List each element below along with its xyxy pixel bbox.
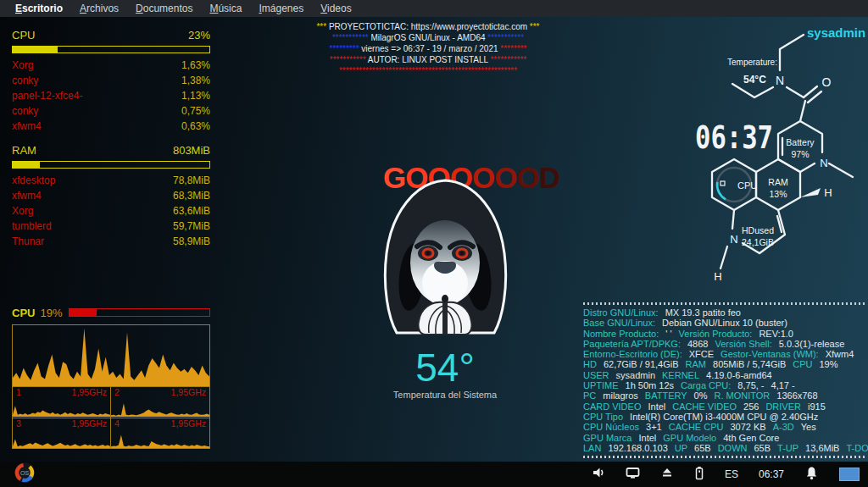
process-row: xfdesktop78,8MiB (12, 174, 210, 190)
cpu-graph-bar (69, 308, 210, 317)
info-line: Entorno-Escritorio (DE):XFCEGestor-Venta… (583, 349, 866, 359)
process-value: 68,3MiB (173, 190, 210, 205)
workspace-pager[interactable] (839, 468, 860, 481)
menu-item-musica[interactable]: Música (201, 0, 250, 17)
core-header: 21,95GHz (111, 387, 209, 398)
cpu-label: CPU (12, 29, 35, 43)
molecule-temp-value: 54°C (743, 74, 766, 86)
core-graph (13, 398, 110, 417)
atom-h1: H (824, 186, 832, 199)
sysinfo-lines: Distro GNU/Linux:MX 19.3 patito feoBase … (583, 307, 866, 453)
panel-border-top (583, 302, 866, 305)
banner-line: ****************************************… (310, 65, 546, 76)
hooded-dog-wallpaper (363, 175, 528, 341)
process-name: Thunar (12, 235, 44, 251)
cpu-header: CPU 23% (12, 29, 210, 43)
ram-hex-value: 13% (769, 189, 787, 199)
core-id: 4 (114, 418, 120, 429)
core-frequency: 1,95GHz (72, 418, 107, 429)
battery-value: 97% (791, 149, 809, 159)
taskbar-clock[interactable]: 06:37 (759, 468, 784, 480)
atom-o: O (822, 75, 832, 89)
info-line: CPU TipoIntel(R) Core(TM) i3-4000M CPU @… (583, 412, 866, 422)
cpu-value: 23% (188, 29, 210, 43)
cpu-graph-label: CPU (12, 307, 35, 319)
process-name: panel-12-xfce4- (12, 90, 82, 105)
process-row: panel-12-xfce4-1,13% (12, 90, 210, 105)
info-line: HD62,7GiB / 91,4GiBRAM805MiB / 5,74GiBCP… (583, 359, 866, 369)
banner-line: *********** AUTOR: LINUX POST INSTALL **… (310, 54, 546, 65)
banner-line: *********** MilagrOS GNU/Linux - AMD64 *… (310, 32, 546, 43)
keyboard-layout-indicator[interactable]: ES (725, 468, 738, 480)
menubar-items: EscritorioArchivosDocumentosMúsicaImágen… (7, 0, 360, 17)
hd-value: 24,1GiB (742, 237, 774, 247)
svg-text:OS: OS (20, 470, 29, 476)
info-line: Nombre Producto:' 'Versión Producto:REV:… (583, 329, 866, 339)
process-row: Thunar58,9MiB (12, 235, 210, 251)
process-name: xfdesktop (12, 174, 55, 190)
process-name: xfwm4 (12, 190, 42, 205)
core-frequency: 1,95GHz (171, 387, 206, 398)
core-header: 41,95GHz (111, 418, 209, 429)
cpu-core-cell: 41,95GHz (111, 418, 209, 448)
menu-item-videos[interactable]: Videos (312, 0, 359, 17)
system-temperature-widget: 54° Temperatura del Sistema (364, 347, 526, 400)
core-graph (111, 429, 209, 448)
core-frequency: 1,95GHz (171, 418, 206, 429)
temperature-label: Temperatura del Sistema (364, 390, 526, 400)
cpu-graph-header: CPU 19% (12, 306, 210, 319)
process-value: 58,9MiB (173, 235, 210, 251)
menu-item-documentos[interactable]: Documentos (127, 0, 201, 17)
info-line: Distro GNU/Linux:MX 19.3 patito feo (583, 307, 866, 318)
process-name: conky (12, 75, 38, 90)
menu-item-archivos[interactable]: Archivos (71, 0, 127, 17)
desktop-menubar: EscritorioArchivosDocumentosMúsicaImágen… (0, 0, 868, 17)
dog-hands (418, 302, 471, 335)
atom-n2: N (820, 157, 827, 169)
atom-h2: H (714, 270, 721, 283)
process-name: Xorg (12, 205, 33, 220)
menu-item-imagenes[interactable]: Imágenes (250, 0, 312, 17)
banner-line: *** PROYECTOTICTAC: https://www.proyecto… (310, 21, 546, 32)
process-value: 1,13% (181, 90, 210, 105)
cpu-combined-graph (12, 324, 210, 387)
info-line: CARD VIDEOIntelCACHE VIDEO256DRIVERi915 (583, 401, 866, 412)
process-row: Xorg63,6MiB (12, 205, 210, 220)
ram-process-list: xfdesktop78,8MiBxfwm468,3MiBXorg63,6MiBt… (12, 174, 210, 251)
ram-label: RAM (12, 144, 36, 158)
volume-icon[interactable] (592, 466, 605, 483)
ram-usage-bar (12, 161, 210, 169)
cpu-core-cell: 11,95GHz (13, 387, 111, 418)
conky-molecule-widget: sysadmin Temperature: 54°C N O 06:37 Bat… (695, 21, 868, 306)
os-menu-button[interactable]: OS (14, 462, 36, 487)
process-row: tumblerd59,7MiB (12, 220, 210, 235)
process-value: 1,38% (181, 75, 210, 90)
core-graph (111, 398, 209, 417)
menu-item-escritorio[interactable]: Escritorio (7, 0, 71, 17)
ram-header: RAM 803MiB (12, 144, 210, 158)
info-line: UPTIME1h 50m 12sCarga CPU:8,75, -4,17 - (583, 380, 866, 390)
process-row: xfwm40,63% (12, 120, 210, 136)
conky-cpu-ram-widget: CPU 23% Xorg1,63%conky1,38%panel-12-xfce… (12, 29, 210, 251)
banner-line: ********* viernes => 06:37 - 19 / marzo … (310, 43, 546, 54)
info-line: GPU MarcaIntelGPU Modelo4th Gen Core (583, 433, 866, 443)
display-icon[interactable] (626, 466, 640, 483)
notification-bell-icon[interactable] (804, 466, 819, 484)
conky-cpu-graph-panel: CPU 19% 11,95GHz21,95GHz31,95GHz41,95GHz (12, 306, 210, 449)
cpu-usage-bar (12, 46, 210, 53)
process-name: conky (12, 105, 38, 120)
info-line: Base GNU/Linux:Debian GNU/Linux 10 (bust… (583, 318, 866, 328)
core-id: 1 (16, 387, 21, 398)
cpu-core-cell: 21,95GHz (111, 387, 209, 418)
atom-n1: N (776, 74, 784, 87)
process-row: conky0,75% (12, 105, 210, 120)
cpu-core-grid: 11,95GHz21,95GHz31,95GHz41,95GHz (12, 387, 210, 449)
eject-icon[interactable] (660, 466, 674, 483)
battery-icon[interactable] (694, 466, 704, 484)
core-header: 31,95GHz (13, 418, 110, 429)
molecule-clock: 06:37 (695, 119, 773, 156)
info-line: CPU Núcleos3+1CACHE CPU3072 KBA-3DYes (583, 422, 866, 432)
cpu-process-list: Xorg1,63%conky1,38%panel-12-xfce4-1,13%c… (12, 59, 210, 136)
process-value: 1,63% (181, 59, 210, 75)
process-name: Xorg (12, 59, 33, 75)
